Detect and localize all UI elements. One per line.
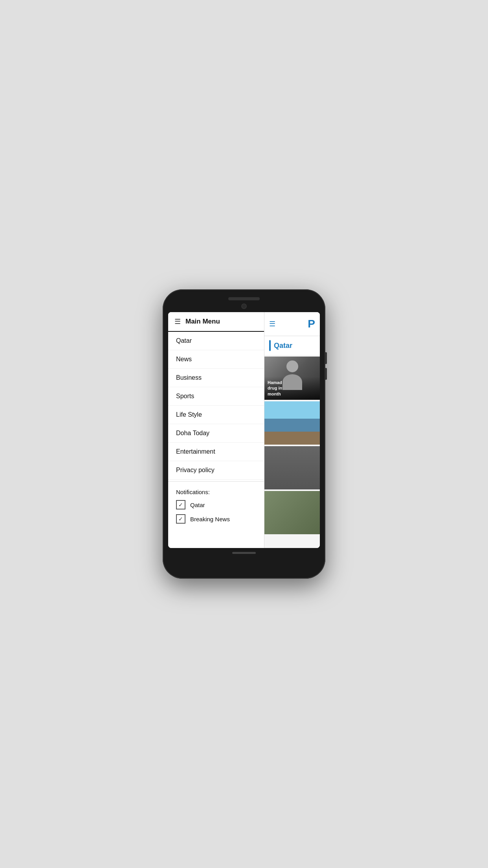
news-card-1[interactable]: Hamad M...drug infor...month xyxy=(264,357,320,400)
section-header: Qatar xyxy=(264,336,320,355)
menu-item-doha-today[interactable]: Doha Today xyxy=(168,424,264,443)
news-cards: Hamad M...drug infor...month xyxy=(264,355,320,548)
checkbox-breaking-news[interactable]: ✓ xyxy=(176,514,185,524)
menu-item-entertainment[interactable]: Entertainment xyxy=(168,443,264,461)
checkbox-qatar[interactable]: ✓ xyxy=(176,500,185,509)
menu-panel: ☰ Main Menu Qatar News Business Sports L… xyxy=(168,312,264,548)
menu-item-qatar[interactable]: Qatar xyxy=(168,332,264,350)
phone-speaker xyxy=(228,297,260,300)
menu-item-lifestyle[interactable]: Life Style xyxy=(168,406,264,424)
section-title: Qatar xyxy=(274,342,292,350)
side-button-1 xyxy=(325,352,327,364)
notification-item-qatar[interactable]: ✓ Qatar xyxy=(176,500,256,509)
side-button-2 xyxy=(325,368,327,380)
content-header: ☰ P xyxy=(264,312,320,336)
news-card-1-text: Hamad M...drug infor...month xyxy=(268,380,317,397)
menu-item-news[interactable]: News xyxy=(168,350,264,369)
news-card-1-overlay: Hamad M...drug infor...month xyxy=(264,377,320,400)
menu-header: ☰ Main Menu xyxy=(168,312,264,332)
phone-outer: ☰ Main Menu Qatar News Business Sports L… xyxy=(163,289,325,579)
notifications-label: Notifications: xyxy=(176,489,256,495)
content-logo: P xyxy=(308,318,315,330)
phone-camera xyxy=(241,303,247,309)
hamburger-icon[interactable]: ☰ xyxy=(174,318,181,325)
menu-item-business[interactable]: Business xyxy=(168,369,264,387)
menu-divider xyxy=(168,481,264,482)
phone-screen: ☰ Main Menu Qatar News Business Sports L… xyxy=(168,312,320,548)
menu-items-list: Qatar News Business Sports Life Style Do… xyxy=(168,332,264,548)
section-accent-bar xyxy=(269,340,271,351)
menu-item-privacy-policy[interactable]: Privacy policy xyxy=(168,461,264,480)
phone-bottom-bar xyxy=(232,552,256,554)
menu-title: Main Menu xyxy=(185,318,220,326)
content-panel: ☰ P Qatar Hamad M...drug infor...month xyxy=(264,312,320,548)
news-card-3[interactable] xyxy=(264,446,320,489)
content-hamburger-icon[interactable]: ☰ xyxy=(269,320,275,328)
notification-breaking-news-label: Breaking News xyxy=(190,516,230,522)
notification-qatar-label: Qatar xyxy=(190,502,205,508)
news-card-2[interactable] xyxy=(264,401,320,445)
notifications-section: Notifications: ✓ Qatar ✓ Breaking News xyxy=(168,483,264,534)
menu-item-sports[interactable]: Sports xyxy=(168,387,264,406)
notification-item-breaking-news[interactable]: ✓ Breaking News xyxy=(176,514,256,524)
news-card-4[interactable] xyxy=(264,491,320,534)
